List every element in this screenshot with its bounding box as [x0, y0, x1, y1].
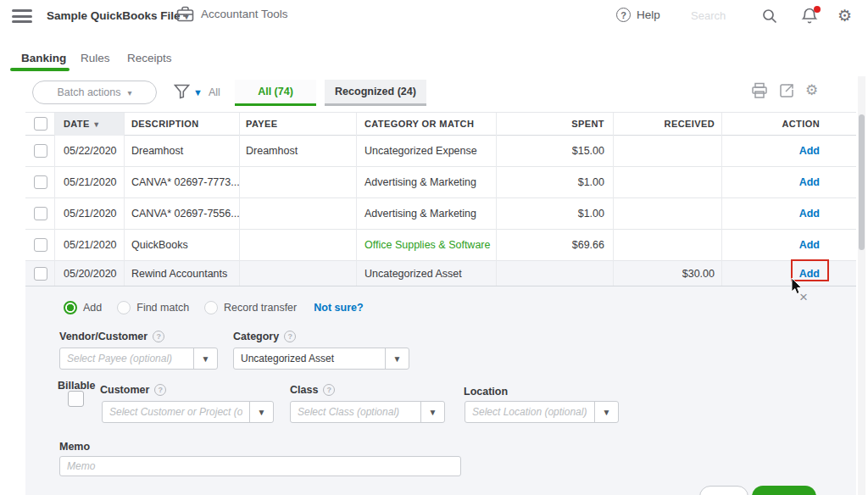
row-spent: $1.00: [578, 208, 604, 220]
row-checkbox[interactable]: [34, 238, 47, 252]
vendor-customer-input[interactable]: [60, 348, 193, 369]
radio-record-transfer-label: Record transfer: [224, 302, 297, 314]
row-date: 05/21/2020: [64, 176, 117, 188]
not-sure-link[interactable]: Not sure?: [314, 302, 363, 314]
dropdown-caret-icon[interactable]: ▼: [249, 402, 273, 422]
customer-field: ▼: [102, 401, 274, 423]
col-header-received: RECEIVED: [665, 119, 715, 129]
row-checkbox[interactable]: [34, 144, 47, 158]
notifications-button[interactable]: [801, 7, 820, 25]
help-icon: ?: [616, 8, 631, 22]
tab-rules[interactable]: Rules: [81, 52, 110, 64]
help-tooltip-icon[interactable]: ?: [153, 331, 164, 342]
row-checkbox[interactable]: [34, 267, 47, 281]
row-date: 05/21/2020: [64, 208, 117, 220]
radio-selected-icon: [64, 301, 77, 314]
col-header-date[interactable]: DATE ▼: [64, 119, 101, 129]
row-spent: $15.00: [572, 145, 604, 157]
memo-input[interactable]: [59, 456, 461, 476]
table-row-selected[interactable]: 05/20/2020 Rewind Accountants Uncategori…: [25, 261, 856, 286]
table-row[interactable]: 05/22/2020 Dreamhost Dreamhost Uncategor…: [25, 136, 856, 167]
class-input[interactable]: [291, 402, 420, 422]
row-checkbox[interactable]: [34, 175, 47, 189]
tab-all-label: All (74): [258, 86, 293, 97]
secondary-button-partial[interactable]: [699, 486, 748, 495]
search-hint-text: Search: [691, 9, 726, 22]
radio-find-match-label: Find match: [136, 302, 189, 314]
help-tooltip-icon[interactable]: ?: [284, 331, 296, 342]
row-payee: Dreamhost: [246, 145, 298, 157]
billable-checkbox[interactable]: [68, 391, 84, 407]
dropdown-caret-icon[interactable]: ▼: [193, 348, 217, 369]
printer-icon[interactable]: [751, 82, 768, 99]
radio-record-transfer[interactable]: Record transfer: [204, 301, 297, 314]
notification-badge: [814, 6, 821, 13]
table-row[interactable]: 05/21/2020 CANVA* 02697-7556... Advertis…: [25, 198, 856, 230]
close-icon[interactable]: ×: [799, 289, 808, 306]
table-row[interactable]: 05/21/2020 CANVA* 02697-7773... Advertis…: [25, 167, 856, 198]
dropdown-caret-icon[interactable]: ▼: [385, 348, 409, 369]
tab-banking[interactable]: Banking: [21, 52, 66, 64]
row-add-link[interactable]: Add: [799, 176, 820, 188]
radio-add-label: Add: [83, 302, 102, 314]
filter-button[interactable]: ▼: [174, 84, 203, 99]
transactions-table: DATE ▼ DESCRIPTION PAYEE CATEGORY OR MAT…: [25, 112, 856, 286]
dropdown-caret-icon[interactable]: ▼: [594, 402, 618, 422]
customer-label: Customer?: [100, 384, 166, 396]
table-settings-gear-icon[interactable]: ⚙: [805, 83, 818, 97]
radio-find-match[interactable]: Find match: [117, 301, 189, 314]
category-label: Category?: [233, 331, 296, 342]
filter-all-label: All: [209, 86, 220, 98]
row-spent: $69.66: [572, 239, 604, 251]
radio-unselected-icon: [204, 301, 218, 314]
row-add-link[interactable]: Add: [799, 268, 820, 280]
col-header-description: DESCRIPTION: [131, 119, 199, 129]
export-icon[interactable]: [778, 82, 795, 99]
row-date: 05/22/2020: [64, 145, 117, 157]
vendor-customer-field: ▼: [59, 348, 218, 370]
help-label: Help: [637, 8, 660, 21]
dropdown-caret-icon[interactable]: ▼: [420, 402, 444, 422]
tab-receipts[interactable]: Receipts: [127, 52, 172, 64]
help-button[interactable]: ? Help: [616, 8, 660, 22]
scrollbar-thumb[interactable]: [859, 114, 865, 250]
batch-actions-button[interactable]: Batch actions ▾: [32, 81, 157, 104]
qbo-banking-page: Sample QuickBooks File▾ Accountant Tools…: [0, 0, 868, 495]
row-add-link[interactable]: Add: [799, 208, 820, 220]
row-add-link[interactable]: Add: [799, 239, 820, 251]
customer-input[interactable]: [103, 402, 249, 422]
hamburger-menu-icon[interactable]: [12, 9, 32, 23]
row-description: QuickBooks: [131, 239, 188, 251]
location-input[interactable]: [465, 402, 594, 422]
top-app-bar: Sample QuickBooks File▾ Accountant Tools…: [0, 0, 868, 34]
tab-recognized-24[interactable]: Recognized (24): [325, 80, 426, 106]
help-tooltip-icon[interactable]: ?: [323, 384, 335, 396]
company-switcher[interactable]: Sample QuickBooks File▾: [47, 9, 189, 22]
transaction-mode-radios: Add Find match Record transfer Not sure?: [64, 301, 364, 314]
radio-unselected-icon: [117, 301, 131, 314]
accountant-tools-button[interactable]: Accountant Tools: [176, 6, 288, 22]
class-label: Class?: [290, 384, 335, 396]
settings-gear-icon[interactable]: ⚙: [837, 8, 852, 24]
row-checkbox[interactable]: [34, 207, 47, 220]
category-field: ▼: [233, 348, 409, 370]
vendor-customer-label: Vendor/Customer?: [59, 331, 164, 342]
primary-button-partial[interactable]: [752, 486, 816, 495]
chevron-down-icon: ▼: [193, 87, 203, 97]
help-tooltip-icon[interactable]: ?: [154, 384, 166, 396]
table-row[interactable]: 05/21/2020 QuickBooks Office Supplies & …: [25, 230, 856, 261]
row-category: Uncategorized Expense: [364, 145, 477, 157]
category-input[interactable]: [234, 348, 385, 369]
select-all-checkbox[interactable]: [34, 117, 47, 131]
row-category: Office Supplies & Software: [364, 239, 490, 251]
row-description: CANVA* 02697-7773...: [131, 176, 240, 188]
tab-all-74[interactable]: All (74): [235, 80, 316, 106]
row-description: CANVA* 02697-7556...: [131, 208, 240, 220]
tab-recognized-label: Recognized (24): [335, 86, 416, 97]
company-name: Sample QuickBooks File: [47, 9, 181, 22]
class-field: ▼: [290, 401, 445, 423]
row-add-link[interactable]: Add: [799, 145, 820, 157]
radio-add[interactable]: Add: [64, 301, 102, 314]
search-icon[interactable]: [761, 8, 778, 25]
table-header-row: DATE ▼ DESCRIPTION PAYEE CATEGORY OR MAT…: [25, 113, 856, 136]
